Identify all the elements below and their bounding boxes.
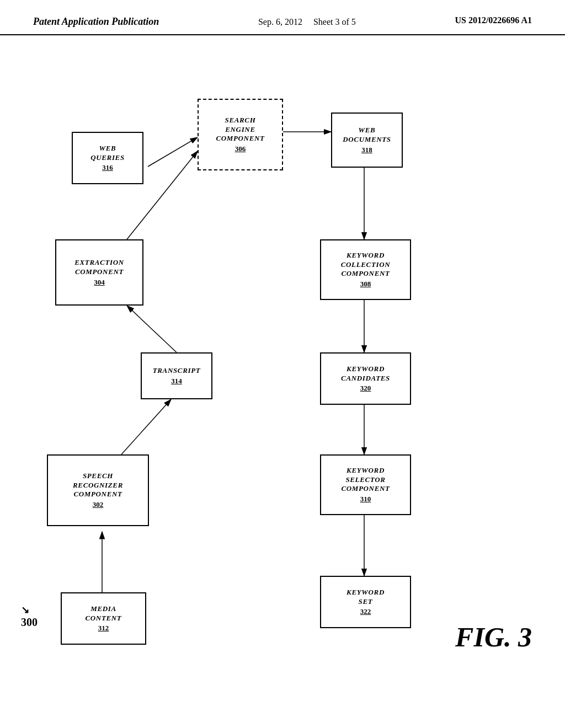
box-media-content: MediaContent 312 bbox=[61, 592, 146, 645]
diagram-area: SearchEngineComponent 306 WebQueries 316… bbox=[0, 35, 565, 697]
box-extraction-component: ExtractionComponent 304 bbox=[55, 239, 143, 306]
header-date: Sep. 6, 2012 bbox=[258, 17, 302, 26]
box-keyword-collection: KeywordCollectionComponent 308 bbox=[320, 239, 411, 300]
header-sheet: Sheet 3 of 5 bbox=[313, 17, 356, 26]
svg-line-2 bbox=[148, 137, 198, 167]
box-web-documents: WebDocuments 318 bbox=[331, 113, 403, 168]
box-keyword-candidates: KeywordCandidates 320 bbox=[320, 352, 411, 405]
svg-line-9 bbox=[121, 399, 171, 454]
publication-title: Patent Application Publication bbox=[33, 15, 159, 28]
box-search-engine-component: SearchEngineComponent 306 bbox=[198, 99, 283, 170]
box-web-queries: WebQueries 316 bbox=[72, 132, 143, 184]
box-keyword-selector: KeywordSelectorComponent 310 bbox=[320, 454, 411, 515]
reference-300: ↘ 300 bbox=[21, 603, 38, 629]
patent-number: US 2012/0226696 A1 bbox=[455, 15, 532, 25]
box-speech-recognizer: SpeechRecognizerComponent 302 bbox=[47, 454, 149, 526]
svg-line-6 bbox=[127, 306, 177, 352]
figure-label: FIG. 3 bbox=[455, 621, 532, 653]
header-date-sheet: Sep. 6, 2012 Sheet 3 of 5 bbox=[258, 15, 356, 29]
page-header: Patent Application Publication Sep. 6, 2… bbox=[0, 0, 565, 35]
box-keyword-set: KeywordSet 322 bbox=[320, 576, 411, 628]
box-transcript: Transcript 314 bbox=[141, 352, 212, 399]
